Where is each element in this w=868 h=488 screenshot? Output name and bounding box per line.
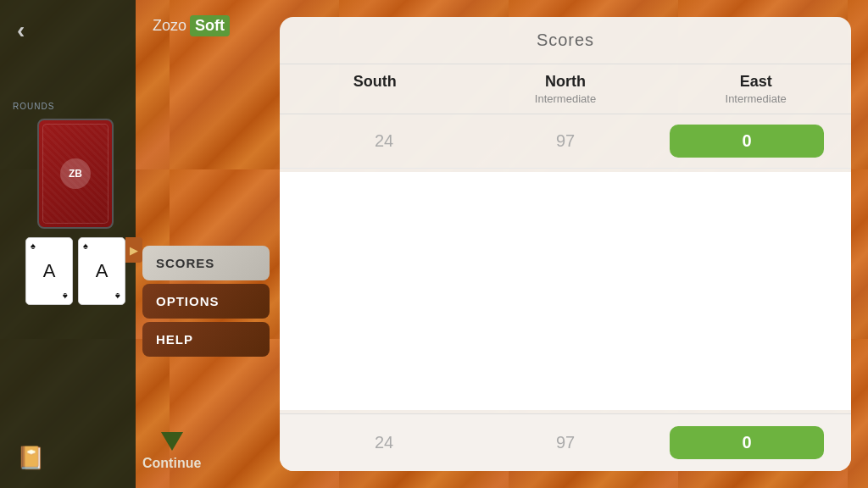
scores-header: South North Intermediate East Intermedia… (280, 64, 851, 114)
north-name: North (545, 73, 586, 91)
south-total: 24 (293, 433, 475, 452)
logo-soft: Soft (190, 15, 230, 36)
scores-title: Scores (280, 17, 851, 64)
continue-icon (161, 432, 183, 451)
scores-panel: Scores South North Intermediate East Int… (280, 17, 851, 471)
north-score-1: 97 (475, 131, 656, 151)
logo-zozo: Zozo (153, 17, 186, 35)
east-score-badge: 0 (670, 125, 824, 158)
card-area: ZB A A (25, 119, 125, 305)
rounds-label: ROUNDS (13, 102, 54, 111)
score-row-1: 24 97 0 (280, 114, 851, 169)
card-main: ZB (37, 119, 114, 229)
back-button[interactable]: ‹ (17, 17, 25, 44)
player-north-header: North Intermediate (470, 73, 661, 105)
card-ace-left: A (25, 237, 73, 305)
card-icon-zb: ZB (60, 158, 91, 189)
player-east-header: East Intermediate (660, 73, 851, 105)
east-total: 0 (656, 426, 837, 459)
cards-pair: A A (25, 237, 125, 305)
east-score-1: 0 (656, 125, 837, 158)
east-total-badge: 0 (670, 426, 824, 459)
player-south-header: South (280, 73, 470, 105)
south-score-1: 24 (293, 131, 475, 151)
side-menu: SCORES OPTIONS HELP (142, 246, 270, 357)
book-icon[interactable]: 📔 (17, 445, 44, 471)
north-level: Intermediate (535, 92, 596, 105)
east-level: Intermediate (726, 92, 787, 105)
east-name: East (740, 73, 772, 91)
scores-empty-area (280, 172, 851, 410)
scores-footer: 24 97 0 (280, 413, 851, 471)
menu-scores-button[interactable]: SCORES (142, 246, 270, 280)
north-total: 97 (475, 433, 656, 452)
continue-area[interactable]: Continue (142, 430, 201, 471)
menu-options-button[interactable]: OPTIONS (142, 284, 270, 319)
logo-area: Zozo Soft (153, 15, 230, 36)
south-name: South (353, 73, 397, 91)
arrow-toggle[interactable]: ▶ (125, 237, 142, 263)
continue-label: Continue (142, 456, 201, 471)
card-ace-right: A (78, 237, 125, 305)
menu-help-button[interactable]: HELP (142, 322, 270, 357)
